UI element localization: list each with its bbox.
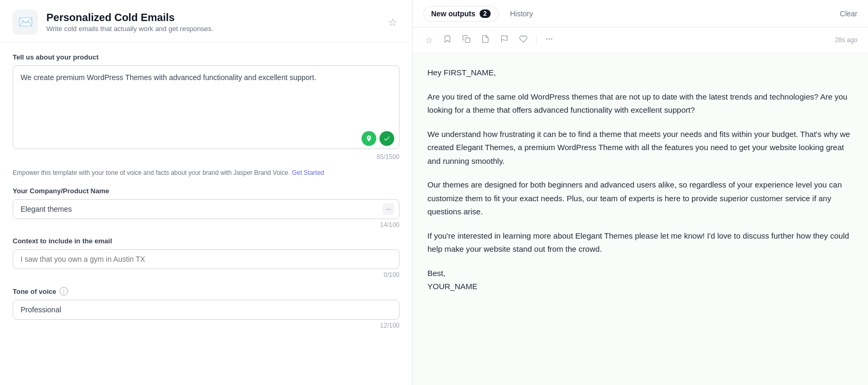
clear-button[interactable]: Clear: [840, 9, 857, 18]
svg-point-2: [549, 38, 549, 39]
email-para-3: Our themes are designed for both beginne…: [427, 178, 853, 219]
product-textarea[interactable]: We create premium WordPress Themes with …: [13, 65, 399, 149]
new-outputs-label: New outputs: [431, 9, 475, 18]
product-textarea-wrapper: We create premium WordPress Themes with …: [13, 65, 399, 151]
company-char-count: 14/100: [13, 221, 399, 229]
product-field-group: Tell us about your product We create pre…: [13, 53, 399, 161]
toolbar-file-button[interactable]: [479, 33, 492, 47]
email-greeting: Hey FIRST_NAME,: [427, 66, 853, 80]
favorite-button[interactable]: ☆: [386, 14, 399, 31]
product-label: Tell us about your product: [13, 53, 399, 61]
output-header: New outputs 2 History Clear: [413, 0, 868, 27]
app-subtitle: Write cold emails that actually work and…: [46, 25, 377, 33]
form-area: Tell us about your product We create pre…: [0, 43, 412, 385]
email-para-4: If you're interested in learning more ab…: [427, 229, 853, 256]
toolbar-more-button[interactable]: [543, 33, 555, 47]
email-para-1: Are you tired of the same old WordPress …: [427, 90, 853, 117]
brand-voice-text: Empower this template with your tone of …: [13, 169, 399, 176]
app-title: Personalized Cold Emails: [46, 12, 377, 24]
context-char-count: 0/100: [13, 271, 399, 279]
toolbar-heart-button[interactable]: [517, 33, 530, 47]
history-tab[interactable]: History: [503, 6, 541, 21]
tone-input[interactable]: [13, 300, 399, 320]
brand-voice-link[interactable]: Get Started: [292, 169, 324, 176]
toolbar-separator: [536, 35, 537, 45]
new-outputs-tab[interactable]: New outputs 2: [423, 6, 499, 22]
company-dots-button[interactable]: ···: [383, 203, 394, 215]
output-content: Hey FIRST_NAME, Are you tired of the sam…: [413, 53, 868, 385]
toolbar-flag-button[interactable]: [498, 33, 511, 47]
icon-check-button[interactable]: [379, 131, 394, 146]
app-icon: ✉️: [13, 9, 38, 35]
context-field-group: Context to include in the email 0/100: [13, 237, 399, 279]
svg-point-4: [547, 38, 547, 39]
output-timestamp: 28s ago: [835, 36, 857, 44]
app-header: ✉️ Personalized Cold Emails Write cold e…: [0, 0, 412, 43]
left-panel: ✉️ Personalized Cold Emails Write cold e…: [0, 0, 413, 385]
tone-info-icon[interactable]: i: [60, 287, 68, 295]
company-input[interactable]: [13, 199, 399, 219]
tone-label-row: Tone of voice i: [13, 287, 399, 295]
context-input[interactable]: [13, 249, 399, 269]
toolbar-bookmark-button[interactable]: [441, 33, 454, 47]
tone-field-group: Tone of voice i 12/100: [13, 287, 399, 329]
output-toolbar: ☆ 28s ago: [413, 27, 868, 53]
company-field-group: Your Company/Product Name ··· 14/100: [13, 187, 399, 229]
product-char-count: 85/1500: [13, 153, 399, 161]
email-closing: Best, YOUR_NAME: [427, 266, 853, 293]
tone-label: Tone of voice: [13, 288, 56, 295]
svg-point-3: [551, 38, 552, 39]
email-para-2: We understand how frustrating it can be …: [427, 127, 853, 168]
svg-rect-0: [465, 38, 470, 43]
company-input-wrapper: ···: [13, 199, 399, 219]
context-label: Context to include in the email: [13, 237, 399, 245]
toolbar-copy-button[interactable]: [460, 33, 473, 47]
company-label: Your Company/Product Name: [13, 187, 399, 195]
app-title-block: Personalized Cold Emails Write cold emai…: [46, 12, 377, 33]
new-outputs-count: 2: [480, 9, 491, 18]
toolbar-star-button[interactable]: ☆: [423, 33, 435, 47]
icon-pin-button[interactable]: [362, 131, 376, 146]
tone-char-count: 12/100: [13, 322, 399, 329]
right-panel: New outputs 2 History Clear ☆ 28s ago He…: [413, 0, 868, 385]
textarea-icon-group: [362, 131, 394, 146]
